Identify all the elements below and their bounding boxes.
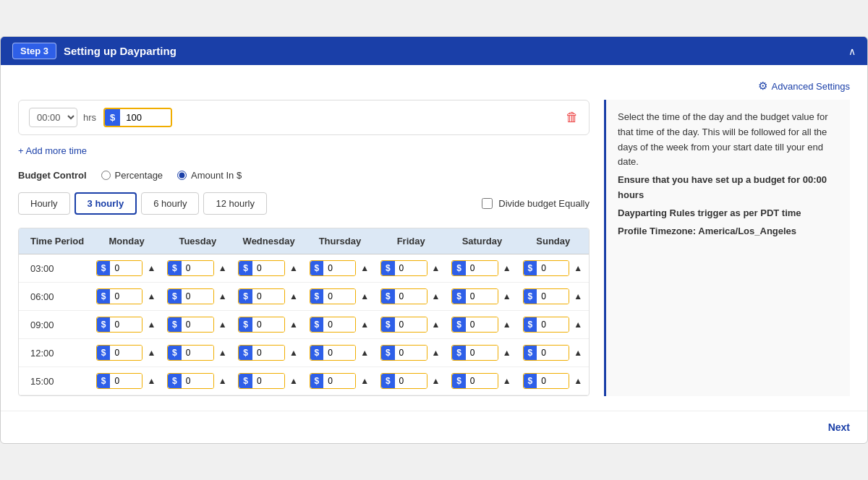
- value-cell: $▲: [446, 254, 517, 283]
- cell-budget-input[interactable]: [110, 289, 142, 304]
- cell-budget-input[interactable]: [395, 346, 427, 360]
- cell-input-wrap: $▲: [95, 288, 158, 304]
- 3hourly-button[interactable]: 3 hourly: [75, 192, 137, 215]
- percentage-radio[interactable]: [101, 171, 111, 180]
- percentage-radio-label[interactable]: Percentage: [101, 170, 163, 181]
- cell-up-button[interactable]: ▲: [359, 320, 370, 330]
- cell-up-button[interactable]: ▲: [430, 320, 442, 330]
- cell-up-button[interactable]: ▲: [359, 348, 370, 358]
- cell-budget-input[interactable]: [182, 346, 213, 360]
- cell-budget-input[interactable]: [252, 317, 284, 332]
- cell-up-button[interactable]: ▲: [359, 376, 370, 386]
- cell-up-button[interactable]: ▲: [288, 320, 299, 330]
- cell-budget-input[interactable]: [110, 261, 142, 275]
- cell-up-button[interactable]: ▲: [572, 291, 584, 301]
- cell-budget-input[interactable]: [537, 374, 569, 388]
- cell-up-button[interactable]: ▲: [145, 348, 157, 358]
- collapse-icon[interactable]: ∧: [848, 46, 856, 57]
- cell-up-button[interactable]: ▲: [288, 263, 299, 273]
- cell-up-button[interactable]: ▲: [145, 263, 157, 273]
- value-cell: $▲: [446, 367, 517, 395]
- cell-up-button[interactable]: ▲: [572, 376, 584, 386]
- cell-up-button[interactable]: ▲: [572, 320, 584, 330]
- cell-up-button[interactable]: ▲: [145, 291, 157, 301]
- cell-budget-input[interactable]: [182, 261, 213, 275]
- cell-up-button[interactable]: ▲: [501, 320, 513, 330]
- advanced-settings-button[interactable]: ⚙ Advanced Settings: [758, 80, 850, 93]
- cell-budget-input[interactable]: [395, 261, 427, 275]
- cell-up-button[interactable]: ▲: [145, 376, 157, 386]
- cell-budget-input[interactable]: [466, 261, 498, 275]
- cell-up-button[interactable]: ▲: [430, 348, 442, 358]
- 12hourly-button[interactable]: 12 hourly: [203, 192, 266, 215]
- cell-up-button[interactable]: ▲: [501, 291, 513, 301]
- cell-input-wrap: $▲: [451, 317, 513, 333]
- budget-control-label: Budget Control: [18, 170, 87, 181]
- cell-budget-input[interactable]: [466, 289, 498, 304]
- cell-dollar-badge: $: [97, 374, 111, 388]
- cell-budget-input[interactable]: [466, 346, 498, 360]
- cell-up-button[interactable]: ▲: [501, 263, 513, 273]
- cell-up-button[interactable]: ▲: [145, 320, 157, 330]
- cell-input-wrap: $▲: [95, 260, 158, 276]
- cell-input-wrap: $▲: [522, 317, 584, 333]
- cell-up-button[interactable]: ▲: [217, 291, 229, 301]
- cell-budget-input[interactable]: [110, 374, 142, 388]
- cell-up-button[interactable]: ▲: [217, 320, 229, 330]
- cell-budget-input[interactable]: [252, 289, 284, 304]
- cell-budget-input[interactable]: [323, 374, 355, 388]
- value-cell: $▲: [233, 254, 304, 283]
- cell-dollar-badge: $: [310, 289, 324, 304]
- cell-dollar-badge: $: [239, 374, 252, 388]
- amount-radio-label[interactable]: Amount In $: [177, 170, 242, 181]
- amount-input[interactable]: [120, 109, 171, 126]
- cell-budget-input[interactable]: [537, 346, 569, 360]
- delete-button[interactable]: 🗑: [566, 110, 579, 125]
- cell-up-button[interactable]: ▲: [288, 348, 299, 358]
- hourly-button[interactable]: Hourly: [18, 192, 70, 215]
- cell-budget-input[interactable]: [182, 374, 213, 388]
- amount-label: Amount In $: [191, 170, 242, 181]
- cell-up-button[interactable]: ▲: [572, 263, 584, 273]
- cell-budget-input[interactable]: [252, 261, 284, 275]
- cell-up-button[interactable]: ▲: [217, 263, 229, 273]
- cell-up-button[interactable]: ▲: [501, 348, 513, 358]
- cell-budget-input[interactable]: [395, 317, 427, 332]
- 6hourly-button[interactable]: 6 hourly: [141, 192, 199, 215]
- cell-up-button[interactable]: ▲: [430, 376, 442, 386]
- cell-budget-input[interactable]: [252, 346, 284, 360]
- amount-radio[interactable]: [177, 171, 187, 180]
- next-button[interactable]: Next: [828, 421, 850, 433]
- cell-budget-input[interactable]: [395, 289, 427, 304]
- cell-budget-input[interactable]: [110, 317, 142, 332]
- cell-budget-input[interactable]: [323, 346, 355, 360]
- cell-budget-input[interactable]: [252, 374, 284, 388]
- cell-budget-input[interactable]: [466, 374, 498, 388]
- top-section: 00:00 03:00 06:00 hrs $ 🗑 + Add more tim…: [18, 100, 850, 396]
- cell-budget-input[interactable]: [537, 317, 569, 332]
- cell-budget-input[interactable]: [323, 289, 355, 304]
- cell-budget-input[interactable]: [110, 346, 142, 360]
- cell-up-button[interactable]: ▲: [359, 263, 370, 273]
- cell-up-button[interactable]: ▲: [430, 291, 442, 301]
- cell-budget-input[interactable]: [182, 289, 213, 304]
- cell-up-button[interactable]: ▲: [288, 291, 299, 301]
- cell-budget-input[interactable]: [395, 374, 427, 388]
- cell-budget-input[interactable]: [537, 289, 569, 304]
- cell-up-button[interactable]: ▲: [501, 376, 513, 386]
- cell-up-button[interactable]: ▲: [359, 291, 370, 301]
- cell-input-block: $: [380, 288, 427, 304]
- cell-up-button[interactable]: ▲: [430, 263, 442, 273]
- divide-budget-checkbox[interactable]: [482, 198, 493, 209]
- cell-budget-input[interactable]: [537, 261, 569, 275]
- add-more-link[interactable]: + Add more time: [18, 145, 87, 156]
- cell-budget-input[interactable]: [182, 317, 213, 332]
- cell-budget-input[interactable]: [466, 317, 498, 332]
- cell-up-button[interactable]: ▲: [288, 376, 299, 386]
- time-dropdown[interactable]: 00:00 03:00 06:00: [29, 108, 77, 127]
- cell-budget-input[interactable]: [323, 261, 355, 275]
- cell-up-button[interactable]: ▲: [217, 348, 229, 358]
- cell-up-button[interactable]: ▲: [217, 376, 229, 386]
- cell-up-button[interactable]: ▲: [572, 348, 584, 358]
- cell-budget-input[interactable]: [323, 317, 355, 332]
